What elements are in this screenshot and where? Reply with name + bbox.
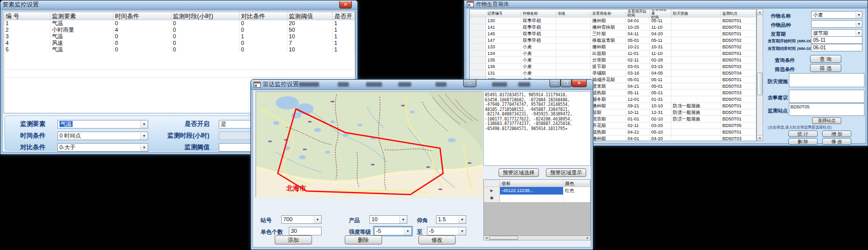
chevron-down-icon[interactable]: ▼ — [140, 120, 148, 128]
restore-icon[interactable]: ❐ — [561, 80, 572, 87]
table-row[interactable]: ✱ — [484, 195, 590, 202]
table-row[interactable]: 136小麦拔节期03-0103-15BD50T02 — [470, 64, 756, 70]
measures-textarea[interactable] — [789, 73, 864, 87]
table-row[interactable]: 2小时雨量400501 — [4, 27, 355, 33]
table-cell — [671, 31, 721, 37]
chevron-down-icon[interactable]: ▼ — [140, 132, 148, 140]
table-cell — [671, 18, 721, 24]
chevron-down-icon[interactable]: ▼ — [140, 144, 148, 151]
table-row[interactable]: 1气温000201 — [4, 20, 355, 27]
add-button[interactable]: 添加 — [275, 235, 312, 244]
close-icon[interactable]: ✕ — [339, 1, 352, 9]
minimize-icon[interactable]: — — [549, 80, 561, 87]
table-cell: BD50T01 — [721, 18, 756, 24]
elevation-combo[interactable]: 1.5 ▼ — [436, 215, 466, 224]
close-icon[interactable]: ✕ — [572, 80, 587, 87]
table-row[interactable]: 135小麦分蘖期02-1102-28BD50T01 — [470, 57, 756, 64]
scroll-down-icon[interactable]: ▼ — [757, 135, 763, 141]
filter-button[interactable]: 筛 选 — [810, 64, 841, 72]
station-value: 700 — [282, 216, 314, 223]
table-cell: 03-16 — [626, 70, 650, 76]
column-header[interactable]: 发育期开始 时间 — [626, 10, 650, 18]
window3-titlebar[interactable]: 作物生育期库 — [464, 1, 867, 8]
stage-start-input[interactable]: 05-11 — [811, 36, 862, 44]
warning-area-select-button[interactable]: 预警区域选择 — [499, 168, 539, 177]
column-header[interactable]: 监测站点 — [721, 12, 756, 16]
to-combo[interactable]: -5 ▼ — [427, 227, 466, 235]
stage-end-input[interactable]: 06-01 — [811, 44, 862, 51]
scrollbar-thumb[interactable] — [489, 236, 518, 240]
column-header[interactable]: 颜色 — [564, 180, 590, 186]
product-combo[interactable]: 10 ▼ — [369, 215, 407, 224]
map[interactable]: 北海市 — [256, 91, 482, 197]
chevron-down-icon[interactable]: ▼ — [458, 216, 466, 223]
table-cell: BD50T02 — [721, 44, 756, 50]
intensity-combo[interactable]: -5 ▼ — [374, 227, 412, 235]
chevron-down-icon[interactable]: ▼ — [855, 21, 862, 27]
column-header[interactable]: 时间条件 — [113, 12, 171, 20]
delete-button[interactable]: 删 除 — [788, 138, 818, 145]
stations-textarea[interactable]: BD50T05 — [789, 103, 864, 116]
table-cell: 3 — [4, 33, 50, 40]
select-station-button[interactable]: 选择站点 — [812, 117, 841, 124]
column-header[interactable]: 作物名称 — [521, 12, 556, 16]
table-row[interactable]: 141双季早稻播种育秧期10-2511-10BD50T01 — [470, 24, 756, 31]
table-row[interactable]: ►-45122.12238...红色 — [484, 187, 590, 195]
add-button[interactable]: 增 加 — [822, 131, 851, 137]
table-row[interactable]: 134小麦出苗期11-0111-10BD50T01 — [470, 50, 756, 57]
column-header[interactable] — [484, 180, 500, 186]
delete-button[interactable]: 删除 — [345, 235, 382, 244]
coordinates-textarea[interactable]: 05491.0172034571, 905914.11179410, 63458… — [483, 91, 591, 166]
column-header[interactable]: 编 号 — [4, 12, 50, 20]
table-row[interactable]: 131小麦孕穗期03-1604-05BD50T04 — [470, 70, 756, 77]
horizontal-scrollbar[interactable]: ◄ ► — [483, 235, 591, 240]
column-header[interactable]: 记录编号 — [486, 12, 521, 16]
column-header[interactable]: 坐标 — [500, 180, 564, 186]
advice-textarea[interactable] — [789, 90, 864, 103]
column-header[interactable]: 发育期名称 — [591, 12, 626, 16]
crop-variety-combo[interactable]: ▼ — [811, 20, 862, 28]
scroll-up-icon[interactable]: ▲ — [757, 10, 763, 15]
modify-button[interactable]: 修改 — [418, 235, 456, 244]
column-header[interactable]: 是否开启 — [333, 12, 355, 20]
scroll-right-icon[interactable]: ► — [585, 236, 590, 239]
table-row[interactable]: 3气温001101 — [4, 33, 355, 40]
query-button[interactable]: 查 询 — [810, 55, 841, 63]
map-city-label: 北海市 — [286, 184, 306, 192]
chevron-down-icon[interactable]: ▼ — [404, 227, 411, 235]
stat-button[interactable]: 统 计 — [788, 131, 818, 137]
station-combo[interactable]: 700 ▼ — [281, 215, 322, 224]
table-row[interactable]: 130双季早稻播种期04-0105-11BD50T01 — [470, 18, 756, 24]
chevron-down-icon[interactable]: ▼ — [458, 227, 466, 235]
color-count-input[interactable]: 30 — [289, 227, 322, 235]
table-row[interactable]: 147双季早稻移栽返青期05-0105-11BD50T02 — [470, 37, 756, 44]
modify-button[interactable]: 修 改 — [822, 138, 851, 145]
chevron-down-icon[interactable]: ▼ — [855, 30, 862, 36]
table-row[interactable]: 5气温000101 — [4, 46, 355, 53]
scroll-left-icon[interactable]: ◄ — [484, 236, 489, 239]
column-header[interactable]: 对比条件 — [239, 12, 287, 20]
column-header[interactable]: 防灾措施 — [671, 12, 721, 16]
window1-titlebar[interactable]: 要素监控设置 — [1, 1, 357, 10]
table-row[interactable]: 133小麦播种期10-2110-31BD50T02 — [470, 44, 756, 50]
column-header[interactable]: 监测时段(小时) — [171, 12, 239, 20]
column-header[interactable]: 监测阈值 — [287, 12, 333, 20]
stage-combo[interactable]: 拔节期 ▼ — [811, 29, 862, 37]
chevron-down-icon[interactable]: ▼ — [855, 12, 862, 18]
compare-condition-combo[interactable]: 0-大于 ▼ — [57, 143, 148, 152]
column-header[interactable]: 监测要素 — [50, 12, 113, 20]
vertical-scrollbar[interactable]: ▲ ▼ — [757, 9, 763, 141]
time-condition-combo[interactable]: 0 时间点 ▼ — [57, 132, 148, 140]
monitor-element-combo[interactable]: 气温 ▼ — [57, 120, 148, 129]
table-cell: BD50T01 — [721, 57, 756, 63]
warning-area-show-button[interactable]: 预警区域显示 — [546, 168, 586, 177]
chevron-down-icon[interactable]: ▼ — [314, 216, 321, 223]
chevron-down-icon[interactable]: ▼ — [399, 216, 407, 223]
table-row[interactable]: 4风速00071 — [4, 40, 355, 46]
window2-titlebar[interactable]: 雷达监控设置 — [251, 80, 593, 90]
column-header[interactable]: 别名 — [556, 12, 591, 16]
table-row[interactable]: 145双季早稻三叶期04-1104-20BD50T01 — [470, 31, 756, 37]
crop-name-combo[interactable]: 小麦 ▼ — [811, 11, 862, 19]
swap-icon[interactable]: ⇔ — [463, 80, 476, 87]
scrollbar-thumb[interactable] — [757, 73, 763, 95]
